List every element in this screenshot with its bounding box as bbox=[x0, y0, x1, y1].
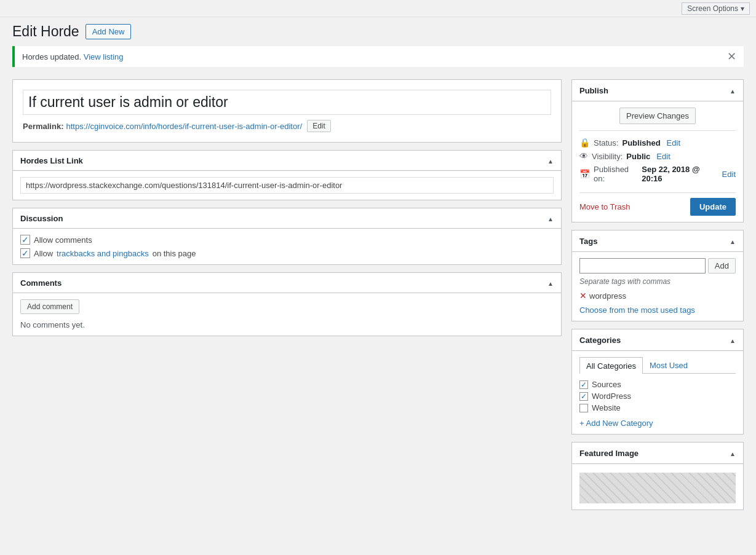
category-list: ✓ Sources ✓ WordPress Website bbox=[579, 379, 736, 414]
add-new-button[interactable]: Add New bbox=[86, 24, 132, 39]
category-item-sources: ✓ Sources bbox=[579, 379, 736, 390]
category-checkbox-wordpress[interactable]: ✓ bbox=[579, 392, 588, 401]
category-label-wordpress: WordPress bbox=[592, 392, 631, 401]
hordes-list-link-box: Hordes List Link bbox=[12, 150, 562, 200]
comments-toggle[interactable] bbox=[547, 278, 554, 288]
category-checkbox-website[interactable] bbox=[579, 404, 588, 412]
post-title-input[interactable] bbox=[23, 90, 551, 115]
publish-header[interactable]: Publish bbox=[572, 80, 743, 101]
permalink-label: Permalink: bbox=[23, 122, 63, 131]
notice-text: Hordes updated. View listing bbox=[22, 52, 124, 61]
categories-toggle[interactable] bbox=[730, 334, 736, 345]
preview-changes-button[interactable]: Preview Changes bbox=[619, 108, 696, 124]
discussion-title: Discussion bbox=[20, 214, 63, 223]
allow-comments-label: Allow comments bbox=[34, 235, 92, 245]
allow-comments-checkbox[interactable]: ✓ bbox=[20, 235, 30, 245]
trackbacks-link[interactable]: trackbacks and pingbacks bbox=[57, 249, 149, 258]
hordes-list-link-toggle[interactable] bbox=[547, 155, 554, 165]
main-layout: Permalink: https://cginvoice.com/info/ho… bbox=[0, 73, 756, 524]
featured-image-toggle[interactable] bbox=[730, 447, 736, 459]
post-title-wrap: Permalink: https://cginvoice.com/info/ho… bbox=[12, 79, 562, 143]
allow-trackbacks-prefix: Allow bbox=[34, 249, 53, 258]
allow-trackbacks-item: ✓ Allow trackbacks and pingbacks on this… bbox=[20, 248, 554, 258]
visibility-label: Visibility: bbox=[592, 152, 623, 161]
list-link-input[interactable] bbox=[20, 177, 554, 194]
status-icon: 🔒 bbox=[579, 138, 590, 148]
category-checkbox-sources[interactable]: ✓ bbox=[579, 380, 588, 389]
visibility-icon: 👁 bbox=[579, 151, 588, 161]
hordes-list-link-title: Hordes List Link bbox=[20, 156, 83, 165]
discussion-toggle[interactable] bbox=[547, 213, 554, 223]
tags-toggle[interactable] bbox=[730, 235, 736, 246]
featured-image-title: Featured Image bbox=[579, 449, 639, 458]
view-listing-link[interactable]: View listing bbox=[84, 52, 124, 61]
allow-trackbacks-checkbox[interactable]: ✓ bbox=[20, 248, 30, 258]
update-notice: Hordes updated. View listing ✕ bbox=[12, 46, 744, 67]
notice-message: Hordes updated. bbox=[22, 52, 81, 61]
tab-most-used[interactable]: Most Used bbox=[643, 357, 694, 373]
status-row: 🔒 Status: Published Edit bbox=[579, 136, 736, 149]
tag-input-row: Add bbox=[579, 258, 736, 274]
comments-header[interactable]: Comments bbox=[13, 273, 561, 293]
tag-hint: Separate tags with commas bbox=[579, 277, 736, 286]
category-label-sources: Sources bbox=[592, 380, 621, 389]
tag-item: ✕ wordpress bbox=[579, 291, 626, 301]
move-to-trash-button[interactable]: Move to Trash bbox=[579, 202, 630, 211]
no-comments-text: No comments yet. bbox=[20, 320, 554, 329]
add-category-link[interactable]: + Add New Category bbox=[579, 419, 736, 428]
comments-box: Comments Add comment No comments yet. bbox=[12, 272, 562, 336]
page-title: Edit Horde bbox=[12, 23, 79, 40]
categories-header[interactable]: Categories bbox=[572, 329, 743, 351]
allow-comments-item: ✓ Allow comments bbox=[20, 235, 554, 245]
published-date: Sep 22, 2018 @ 20:16 bbox=[642, 165, 715, 183]
hordes-list-link-header[interactable]: Hordes List Link bbox=[13, 151, 561, 171]
visibility-value: Public bbox=[626, 152, 650, 161]
visibility-edit-link[interactable]: Edit bbox=[656, 152, 670, 161]
discussion-content: ✓ Allow comments ✓ Allow trackbacks and … bbox=[13, 229, 561, 264]
publish-content: Preview Changes 🔒 Status: Published Edit… bbox=[572, 101, 743, 222]
status-value: Published bbox=[622, 138, 660, 148]
page-header: Edit Horde Add New bbox=[0, 17, 756, 40]
update-button[interactable]: Update bbox=[690, 198, 736, 216]
add-tag-button[interactable]: Add bbox=[708, 258, 736, 274]
edit-slug-button[interactable]: Edit bbox=[307, 120, 331, 132]
published-edit-link[interactable]: Edit bbox=[722, 170, 736, 179]
category-tabs: All Categories Most Used bbox=[579, 357, 736, 374]
tag-input[interactable] bbox=[579, 258, 706, 274]
status-edit-link[interactable]: Edit bbox=[667, 138, 680, 148]
tab-all-categories[interactable]: All Categories bbox=[579, 357, 643, 374]
notice-dismiss-button[interactable]: ✕ bbox=[727, 51, 736, 62]
categories-title: Categories bbox=[579, 336, 621, 345]
publish-title: Publish bbox=[579, 86, 608, 95]
featured-image-box: Featured Image bbox=[571, 442, 744, 510]
calendar-icon: 📅 bbox=[579, 169, 590, 179]
tags-content: Add Separate tags with commas ✕ wordpres… bbox=[572, 252, 743, 321]
visibility-row: 👁 Visibility: Public Edit bbox=[579, 149, 736, 163]
hordes-list-link-content bbox=[13, 171, 561, 200]
featured-image-header[interactable]: Featured Image bbox=[572, 443, 743, 464]
add-comment-button[interactable]: Add comment bbox=[20, 299, 79, 314]
status-label: Status: bbox=[594, 138, 618, 148]
tag-remove-button[interactable]: ✕ bbox=[579, 291, 587, 301]
categories-box: Categories All Categories Most Used ✓ So… bbox=[571, 329, 744, 435]
screen-options-label: Screen Options bbox=[687, 4, 738, 13]
tag-list: ✕ wordpress bbox=[579, 291, 736, 301]
content-area: Permalink: https://cginvoice.com/info/ho… bbox=[12, 79, 562, 518]
publish-meta: 🔒 Status: Published Edit 👁 Visibility: P… bbox=[579, 130, 736, 190]
featured-image-content bbox=[572, 464, 743, 510]
comments-title: Comments bbox=[20, 278, 62, 288]
tag-label: wordpress bbox=[589, 291, 626, 301]
category-item-wordpress: ✓ WordPress bbox=[579, 390, 736, 402]
tags-title: Tags bbox=[579, 237, 597, 246]
tags-header[interactable]: Tags bbox=[572, 230, 743, 252]
choose-tags-link[interactable]: Choose from the most used tags bbox=[579, 305, 736, 315]
screen-options-button[interactable]: Screen Options ▾ bbox=[682, 2, 750, 15]
publish-box: Publish Preview Changes 🔒 Status: Publis… bbox=[571, 79, 744, 222]
discussion-header[interactable]: Discussion bbox=[13, 208, 561, 229]
permalink-url[interactable]: https://cginvoice.com/info/hordes/if-cur… bbox=[66, 122, 302, 131]
permalink-row: Permalink: https://cginvoice.com/info/ho… bbox=[23, 120, 551, 132]
chevron-down-icon: ▾ bbox=[741, 4, 744, 13]
categories-content: All Categories Most Used ✓ Sources ✓ Wor… bbox=[572, 351, 743, 434]
category-label-website: Website bbox=[592, 403, 621, 412]
publish-toggle[interactable] bbox=[730, 85, 736, 96]
